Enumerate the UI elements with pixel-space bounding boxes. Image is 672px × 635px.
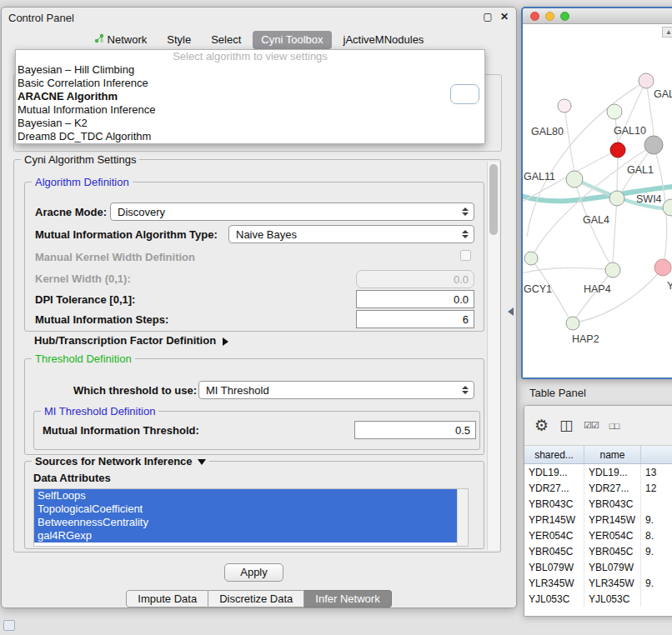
node-label-gal1: GAL1 (627, 164, 654, 176)
close-window-icon[interactable]: ✕ (498, 10, 511, 23)
aracne-mode-select[interactable]: Discovery (110, 202, 474, 221)
background-spinner-field[interactable] (450, 84, 479, 104)
manual-kernel-checkbox[interactable] (460, 250, 471, 261)
network-node[interactable] (644, 136, 663, 154)
gear-icon[interactable]: ⚙ (534, 416, 549, 435)
network-node[interactable] (605, 262, 620, 278)
taskbar-corner-icon[interactable] (3, 620, 15, 631)
bottom-tab-discretize-data[interactable]: Discretize Data (208, 590, 304, 608)
sources-group-title[interactable]: Sources for Network Inference (32, 455, 209, 468)
algorithm-option-basic-correlation-inference[interactable]: Basic Correlation Inference (16, 77, 484, 90)
table-row[interactable]: YDL19...YDL19...13 (524, 464, 672, 480)
tab-cyni-toolbox[interactable]: Cyni Toolbox (253, 31, 331, 49)
network-canvas[interactable]: GALGAL80GAL10GAL1GAL11SWI4GAL4GCY1HAP4YH… (523, 24, 672, 378)
table-row[interactable]: YER054CYER054C8. (524, 528, 672, 543)
apply-button[interactable]: Apply (224, 563, 283, 582)
deselect-all-icon[interactable]: □□ (609, 421, 619, 431)
panel-splitter-arrow[interactable] (508, 308, 514, 316)
table-row[interactable]: YDR27...YDR27...12 (524, 480, 672, 496)
mi-threshold-label: Mutual Information Threshold: (43, 424, 199, 437)
table-cell: YBL079W (584, 559, 641, 575)
which-threshold-select[interactable]: MI Threshold (198, 381, 474, 399)
zoom-traffic-light-icon[interactable] (560, 12, 569, 21)
combo-arrows-icon (462, 208, 469, 216)
node-label-gcy1: GCY1 (524, 283, 552, 295)
tab-jactivemnodules[interactable]: jActiveMNodules (335, 31, 433, 49)
network-node[interactable] (654, 259, 671, 276)
table-row[interactable]: YBR043CYBR043C (524, 496, 672, 512)
algorithm-dropdown-popup: Select algorithm to view settings Bayesi… (15, 49, 485, 144)
table-cell: YDR27... (584, 480, 641, 496)
hub-definition-toggle[interactable]: Hub/Transcription Factor Definition (34, 334, 228, 347)
table-cell: YBR045C (584, 543, 641, 559)
mi-threshold-value: 0.5 (455, 424, 470, 437)
bottom-tab-infer-network[interactable]: Infer Network (304, 590, 391, 608)
table-row[interactable]: YBL079WYBL079W (524, 559, 672, 575)
mi-type-select[interactable]: Naive Bayes (228, 225, 474, 243)
table-cell: 9. (641, 575, 672, 591)
tab-network[interactable]: Network (86, 31, 156, 49)
node-label-gal80: GAL80 (531, 126, 564, 138)
aracne-mode-value: Discovery (118, 206, 165, 218)
mi-threshold-definition-title: MI Threshold Definition (41, 405, 158, 418)
network-node[interactable] (609, 191, 624, 206)
control-panel-window: Control Panel ▢ ✕ NetworkStyleSelectCyni… (1, 7, 517, 608)
tab-label: Select (211, 33, 241, 46)
settings-scrollbar[interactable] (487, 162, 499, 550)
algorithm-option-mutual-information-inference[interactable]: Mutual Information Inference (16, 103, 484, 117)
node-label-gal11: GAL11 (524, 171, 555, 182)
network-node[interactable] (607, 104, 622, 119)
tab-select[interactable]: Select (203, 31, 249, 49)
dpi-tolerance-value: 0.0 (454, 293, 469, 306)
minimize-traffic-light-icon[interactable] (545, 12, 554, 21)
table-cell: YDL19... (584, 464, 641, 480)
column-header-2[interactable]: name (584, 446, 641, 463)
restore-window-icon[interactable]: ▢ (481, 10, 494, 23)
table-body: YDL19...YDL19...13YDR27...YDR27...12YBR0… (524, 464, 672, 617)
mi-steps-label: Mutual Information Steps: (35, 313, 168, 326)
network-edge (613, 198, 617, 262)
dpi-tolerance-field[interactable]: 0.0 (356, 290, 474, 308)
network-edge (527, 81, 646, 237)
network-node[interactable] (558, 99, 571, 112)
network-node[interactable] (639, 73, 654, 88)
columns-icon[interactable]: ◫ (559, 417, 573, 434)
network-edge (646, 81, 654, 136)
settings-scrollbar-thumb[interactable] (489, 164, 498, 235)
node-label-gal: GAL (654, 88, 672, 100)
algorithm-option-bayesian-k2[interactable]: Bayesian – K2 (16, 117, 484, 130)
table-row[interactable]: YLR345WYLR345W9. (524, 575, 672, 591)
network-node[interactable] (610, 142, 625, 158)
bottom-tab-impute-data[interactable]: Impute Data (126, 590, 208, 608)
column-header-3[interactable] (641, 446, 672, 463)
table-cell: YBR043C (524, 496, 584, 512)
table-row[interactable]: YBR045CYBR045C9. (524, 543, 672, 559)
attribute-item-gal4rgexp[interactable]: gal4RGexp (34, 529, 457, 542)
attribute-item-betweennesscentrality[interactable]: BetweennessCentrality (34, 516, 457, 529)
dropdown-placeholder: Select algorithm to view settings (16, 50, 484, 63)
network-edge (564, 106, 574, 171)
network-scrollbar-button[interactable]: ▲ (662, 27, 672, 38)
close-traffic-light-icon[interactable] (530, 12, 539, 21)
attributes-scrollbar[interactable] (457, 489, 468, 546)
network-node[interactable] (566, 317, 579, 330)
algorithm-option-dream8-dc-tdc-algorithm[interactable]: Dream8 DC_TDC Algorithm (16, 130, 484, 143)
tab-style[interactable]: Style (158, 31, 199, 49)
select-all-icon[interactable]: ☑☑ (584, 420, 599, 431)
table-row[interactable]: YPR145WYPR145W9. (524, 512, 672, 528)
column-header-1[interactable]: shared... (524, 446, 584, 463)
settings-group-title: Cyni Algorithm Settings (21, 153, 139, 166)
attribute-item-topologicalcoefficient[interactable]: TopologicalCoefficient (34, 502, 457, 516)
network-node[interactable] (524, 252, 538, 265)
network-node[interactable] (663, 199, 672, 216)
table-row[interactable]: YJL053CYJL053C (524, 591, 672, 607)
table-cell: YBL079W (524, 559, 584, 575)
attribute-item-selfloops[interactable]: SelfLoops (34, 489, 457, 502)
algorithm-option-aracne-algorithm[interactable]: ARACNE Algorithm (16, 90, 484, 103)
algorithm-option-bayesian-hill-climbing[interactable]: Bayesian – Hill Climbing (16, 63, 484, 77)
window-title: Control Panel (8, 12, 74, 24)
mi-steps-field[interactable]: 6 (356, 310, 474, 328)
table-cell: YPR145W (584, 512, 641, 528)
network-node[interactable] (566, 171, 583, 188)
mi-threshold-field[interactable]: 0.5 (354, 421, 476, 439)
